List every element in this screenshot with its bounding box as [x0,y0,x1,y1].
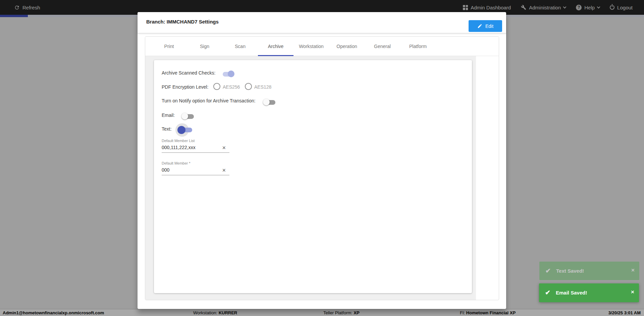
close-icon[interactable]: × [631,267,635,274]
default-member-input[interactable] [162,167,220,173]
default-member-list-input[interactable] [162,145,220,150]
clear-icon[interactable]: × [222,144,226,151]
tab-print[interactable]: Print [151,37,187,56]
default-member-field: × [162,167,229,175]
toast-email-saved: ✔ Email Saved! × [539,283,639,302]
default-member-label: Default Member * [162,161,191,165]
dialog-header: Branch: IMMCHAND7 Settings Edit [138,12,506,33]
toast-message: Text Saved! [556,268,584,274]
tab-general[interactable]: General [365,37,400,56]
screen: Refresh Admin Dashboard Administration ?… [0,0,644,316]
tab-scan[interactable]: Scan [222,37,258,56]
tab-operation[interactable]: Operation [329,37,365,56]
aes128-radio[interactable] [245,83,252,90]
pdf-encryption-level-label: PDF Encryption Level: [162,84,208,90]
email-label: Email: [162,112,175,118]
archive-settings-form: Archive Scanned Checks: PDF Encryption L… [154,60,472,293]
edit-button[interactable]: Edit [469,20,502,32]
text-toggle[interactable] [175,123,194,137]
archive-scanned-checks-toggle[interactable] [222,71,234,77]
pencil-icon [477,24,482,29]
toast-message: Email Saved! [556,290,587,296]
settings-tab-container: Print Sign Scan Archive Workstation Oper… [145,36,499,300]
aes128-label: AES128 [254,84,271,90]
edit-label: Edit [485,24,493,29]
close-icon[interactable]: × [631,289,634,296]
tab-sign[interactable]: Sign [187,37,222,56]
default-member-list-field: × [162,144,229,153]
notify-option-label: Turn on Notify option for Archive Transa… [162,98,256,103]
archive-tab-content: Archive Scanned Checks: PDF Encryption L… [145,56,476,300]
archive-scanned-checks-label: Archive Scanned Checks: [162,70,215,76]
default-member-list-label: Default Member List [162,139,195,143]
toast-text-saved: ✔ Text Saved! × [539,262,639,280]
dialog-title: Branch: IMMCHAND7 Settings [146,19,219,25]
tab-platform[interactable]: Platform [400,37,436,56]
tab-archive[interactable]: Archive [258,37,293,56]
tab-bar: Print Sign Scan Archive Workstation Oper… [145,37,499,56]
tab-workstation[interactable]: Workstation [293,37,329,56]
aes256-radio[interactable] [213,83,220,90]
branch-settings-dialog: Branch: IMMCHAND7 Settings Edit Print Si… [138,12,506,309]
aes256-label: AES256 [223,84,240,90]
text-label: Text: [162,126,172,132]
check-icon: ✔ [545,289,550,297]
check-icon: ✔ [545,267,551,275]
notify-toggle[interactable] [264,99,276,105]
clear-icon[interactable]: × [222,167,226,174]
email-toggle[interactable] [182,113,194,119]
